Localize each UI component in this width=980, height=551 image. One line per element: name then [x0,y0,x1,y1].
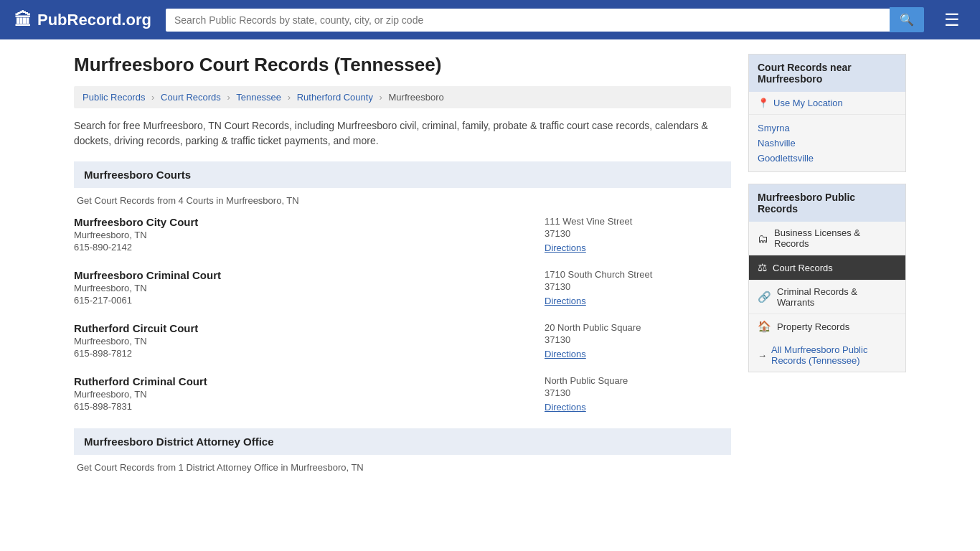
breadcrumb-court-records[interactable]: Court Records [161,92,221,103]
court-address-col: 20 North Public Square 37130 Directions [545,322,731,359]
court-address-col: 111 West Vine Street 37130 Directions [545,216,731,253]
breadcrumb-rutherford-county[interactable]: Rutherford County [297,92,373,103]
court-info: Rutherford Criminal Court Murfreesboro, … [74,375,537,413]
all-records-arrow: → [758,350,767,361]
search-button[interactable]: 🔍 [890,7,924,32]
court-phone: 615-898-7812 [74,348,537,359]
record-label: Business Licenses & Records [774,227,897,249]
court-phone: 615-890-2142 [74,242,537,253]
court-name: Murfreesboro Criminal Court [74,269,537,281]
court-name: Rutherford Criminal Court [74,375,537,387]
breadcrumb-public-records[interactable]: Public Records [83,92,145,103]
court-city: Murfreesboro, TN [74,230,537,240]
page-description: Search for free Murfreesboro, TN Court R… [74,118,731,149]
page-title: Murfreesboro Court Records (Tennessee) [74,54,731,76]
sidebar-record-item[interactable]: ⚖ Court Records [749,255,905,281]
court-info: Rutherford Circuit Court Murfreesboro, T… [74,322,537,359]
nearby-box: Court Records near Murfreesboro 📍 Use My… [748,54,906,172]
district-attorney-subtext: Get Court Records from 1 District Attorn… [74,462,731,473]
menu-icon: ☰ [944,10,960,29]
nearby-city-link[interactable]: Goodlettsville [758,151,897,166]
record-icon: 🗂 [758,232,768,245]
record-icon: 🏠 [758,320,771,333]
court-phone: 615-898-7831 [74,401,537,412]
main-column: Murfreesboro Court Records (Tennessee) P… [74,54,731,483]
court-entry: Murfreesboro City Court Murfreesboro, TN… [74,216,731,253]
court-name: Rutherford Circuit Court [74,322,537,334]
use-location-button[interactable]: 📍 Use My Location [749,92,905,115]
all-records-link-container: → All Murfreesboro Public Records (Tenne… [749,339,905,372]
menu-button[interactable]: ☰ [938,9,966,32]
courts-section-header: Murfreesboro Courts [74,161,731,188]
district-attorney-header: Murfreesboro District Attorney Office [74,428,731,455]
logo-text: PubRecord.org [37,11,151,29]
all-records-link[interactable]: All Murfreesboro Public Records (Tenness… [771,344,897,366]
court-entry: Rutherford Criminal Court Murfreesboro, … [74,375,731,413]
nearby-city-link[interactable]: Nashville [758,136,897,151]
court-address: 20 North Public Square [545,322,731,333]
page-content: Murfreesboro Court Records (Tennessee) P… [60,39,920,497]
court-info: Murfreesboro Criminal Court Murfreesboro… [74,269,537,306]
nearby-header: Court Records near Murfreesboro [749,55,905,92]
record-label: Court Records [773,263,833,273]
sidebar-records-list: 🗂 Business Licenses & Records ⚖ Court Re… [749,222,905,339]
logo[interactable]: 🏛 PubRecord.org [14,10,151,30]
court-info: Murfreesboro City Court Murfreesboro, TN… [74,216,537,253]
record-icon: ⚖ [758,261,767,274]
court-entry: Rutherford Circuit Court Murfreesboro, T… [74,322,731,359]
court-phone: 615-217-0061 [74,295,537,306]
public-records-box: Murfreesboro Public Records 🗂 Business L… [748,184,906,372]
sidebar-record-item[interactable]: 🔗 Criminal Records & Warrants [749,281,905,314]
court-address: 111 West Vine Street [545,216,731,227]
record-label: Criminal Records & Warrants [777,286,897,308]
court-zip: 37130 [545,334,731,345]
sidebar-record-item[interactable]: 🗂 Business Licenses & Records [749,222,905,255]
public-records-header: Murfreesboro Public Records [749,184,905,222]
sidebar-record-item[interactable]: 🏠 Property Records [749,314,905,339]
court-address: North Public Square [545,375,731,386]
breadcrumb-murfreesboro: Murfreesboro [389,92,444,103]
use-location-label: Use My Location [773,98,843,108]
directions-link[interactable]: Directions [545,402,586,413]
court-zip: 37130 [545,387,731,398]
breadcrumb-tennessee[interactable]: Tennessee [236,92,281,103]
search-area: 🔍 [166,7,924,32]
court-zip: 37130 [545,281,731,292]
logo-icon: 🏛 [14,10,32,30]
court-city: Murfreesboro, TN [74,389,537,400]
court-city: Murfreesboro, TN [74,283,537,293]
courts-list: Murfreesboro City Court Murfreesboro, TN… [74,216,731,413]
search-input[interactable] [166,9,890,32]
search-icon: 🔍 [900,14,914,26]
court-zip: 37130 [545,228,731,239]
court-address: 1710 South Church Street [545,269,731,280]
nearby-cities: SmyrnaNashvilleGoodlettsville [749,115,905,171]
record-icon: 🔗 [758,291,771,303]
directions-link[interactable]: Directions [545,296,586,306]
directions-link[interactable]: Directions [545,242,586,253]
breadcrumb: Public Records › Court Records › Tenness… [74,86,731,108]
court-name: Murfreesboro City Court [74,216,537,228]
court-address-col: 1710 South Church Street 37130 Direction… [545,269,731,306]
court-address-col: North Public Square 37130 Directions [545,375,731,413]
record-label: Property Records [777,321,849,332]
sidebar: Court Records near Murfreesboro 📍 Use My… [748,54,906,483]
courts-section-subtext: Get Court Records from 4 Courts in Murfr… [74,195,731,206]
location-icon: 📍 [758,98,769,108]
site-header: 🏛 PubRecord.org 🔍 ☰ [0,0,980,39]
court-entry: Murfreesboro Criminal Court Murfreesboro… [74,269,731,306]
nearby-city-link[interactable]: Smyrna [758,121,897,136]
directions-link[interactable]: Directions [545,349,586,359]
court-city: Murfreesboro, TN [74,336,537,347]
